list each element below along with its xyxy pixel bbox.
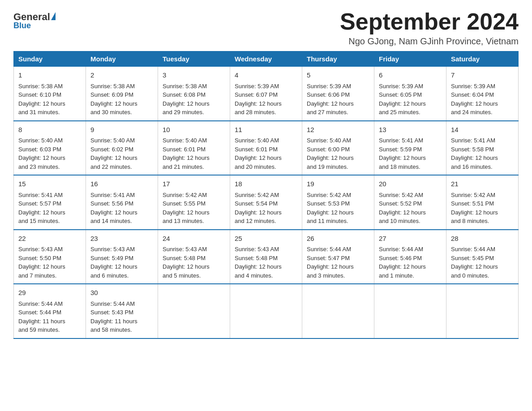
calendar-cell: 18Sunrise: 5:42 AMSunset: 5:54 PMDayligh…	[230, 175, 302, 230]
sunrise-label: Sunrise: 5:38 AM	[18, 83, 63, 90]
calendar-cell: 19Sunrise: 5:42 AMSunset: 5:53 PMDayligh…	[302, 175, 374, 230]
daylight-label: Daylight: 12 hours	[235, 100, 282, 107]
day-number: 21	[451, 179, 514, 189]
daylight-label2: and 11 minutes.	[307, 218, 348, 224]
daylight-label2: and 29 minutes.	[163, 109, 204, 116]
day-number: 29	[18, 288, 81, 298]
logo-triangle-icon	[51, 12, 56, 20]
day-number: 4	[235, 70, 297, 81]
sunset-label: Sunset: 6:06 PM	[307, 91, 350, 98]
calendar-cell: 28Sunrise: 5:44 AMSunset: 5:45 PMDayligh…	[446, 230, 519, 284]
sunrise-label: Sunrise: 5:41 AM	[451, 137, 495, 144]
calendar-week-row: 1Sunrise: 5:38 AMSunset: 6:10 PMDaylight…	[14, 67, 519, 121]
sunset-label: Sunset: 6:02 PM	[90, 146, 133, 153]
daylight-label2: and 15 minutes.	[18, 218, 60, 224]
sunset-label: Sunset: 5:57 PM	[18, 200, 61, 207]
day-number: 1	[18, 70, 81, 81]
calendar-cell	[302, 284, 374, 338]
calendar-cell: 26Sunrise: 5:44 AMSunset: 5:47 PMDayligh…	[302, 230, 374, 284]
calendar-cell: 10Sunrise: 5:40 AMSunset: 6:01 PMDayligh…	[158, 121, 230, 176]
daylight-label2: and 10 minutes.	[379, 218, 420, 224]
calendar-cell: 3Sunrise: 5:38 AMSunset: 6:08 PMDaylight…	[158, 67, 230, 121]
sunset-label: Sunset: 5:59 PM	[379, 146, 422, 153]
sunset-label: Sunset: 6:04 PM	[451, 91, 494, 98]
daylight-label: Daylight: 12 hours	[379, 263, 426, 270]
calendar-cell: 5Sunrise: 5:39 AMSunset: 6:06 PMDaylight…	[302, 67, 374, 121]
daylight-label: Daylight: 12 hours	[163, 209, 210, 216]
daylight-label2: and 19 minutes.	[307, 163, 348, 170]
col-header-tuesday: Tuesday	[158, 51, 230, 67]
sunset-label: Sunset: 6:05 PM	[379, 91, 422, 98]
daylight-label: Daylight: 12 hours	[235, 154, 282, 161]
calendar-cell	[446, 284, 519, 338]
col-header-monday: Monday	[86, 51, 158, 67]
sunset-label: Sunset: 5:44 PM	[18, 309, 61, 316]
daylight-label2: and 12 minutes.	[235, 218, 276, 224]
sunrise-label: Sunrise: 5:44 AM	[451, 246, 495, 253]
daylight-label2: and 25 minutes.	[379, 109, 420, 116]
sunrise-label: Sunrise: 5:40 AM	[307, 137, 351, 144]
daylight-label2: and 6 minutes.	[90, 272, 129, 279]
day-number: 9	[90, 125, 153, 135]
calendar-cell	[230, 284, 302, 338]
day-number: 2	[90, 70, 153, 81]
col-header-saturday: Saturday	[446, 51, 519, 67]
sunset-label: Sunset: 5:45 PM	[451, 255, 494, 261]
day-number: 14	[451, 125, 514, 135]
day-number: 30	[90, 288, 153, 298]
location-subtitle: Ngo GJong, Nam GJinh Province, Vietnam	[340, 36, 519, 47]
day-number: 11	[235, 125, 297, 135]
daylight-label2: and 1 minute.	[379, 272, 414, 279]
daylight-label2: and 23 minutes.	[18, 163, 60, 170]
daylight-label: Daylight: 12 hours	[163, 263, 210, 270]
day-number: 13	[379, 125, 442, 135]
month-year-title: September 2024	[340, 9, 519, 34]
daylight-label: Daylight: 12 hours	[451, 263, 498, 270]
daylight-label: Daylight: 12 hours	[451, 100, 498, 107]
daylight-label2: and 5 minutes.	[163, 272, 201, 279]
calendar-cell	[374, 284, 446, 338]
daylight-label: Daylight: 12 hours	[18, 209, 65, 216]
daylight-label: Daylight: 12 hours	[235, 263, 282, 270]
daylight-label2: and 21 minutes.	[163, 163, 204, 170]
day-number: 15	[18, 179, 81, 189]
calendar-week-row: 29Sunrise: 5:44 AMSunset: 5:44 PMDayligh…	[14, 284, 519, 338]
sunrise-label: Sunrise: 5:39 AM	[451, 83, 495, 90]
sunrise-label: Sunrise: 5:43 AM	[90, 246, 135, 253]
day-number: 12	[307, 125, 369, 135]
sunrise-label: Sunrise: 5:41 AM	[90, 192, 135, 198]
calendar-cell: 23Sunrise: 5:43 AMSunset: 5:49 PMDayligh…	[86, 230, 158, 284]
daylight-label2: and 27 minutes.	[307, 109, 348, 116]
sunset-label: Sunset: 5:51 PM	[451, 200, 494, 207]
daylight-label2: and 28 minutes.	[235, 109, 276, 116]
sunrise-label: Sunrise: 5:42 AM	[307, 192, 351, 198]
day-number: 17	[163, 179, 225, 189]
sunrise-label: Sunrise: 5:43 AM	[163, 246, 207, 253]
calendar-cell: 2Sunrise: 5:38 AMSunset: 6:09 PMDaylight…	[86, 67, 158, 121]
sunrise-label: Sunrise: 5:40 AM	[18, 137, 63, 144]
calendar-cell: 11Sunrise: 5:40 AMSunset: 6:01 PMDayligh…	[230, 121, 302, 176]
sunset-label: Sunset: 5:48 PM	[163, 255, 206, 261]
sunset-label: Sunset: 5:56 PM	[90, 200, 133, 207]
day-number: 7	[451, 70, 514, 81]
calendar-cell: 8Sunrise: 5:40 AMSunset: 6:03 PMDaylight…	[14, 121, 86, 176]
sunrise-label: Sunrise: 5:42 AM	[163, 192, 207, 198]
daylight-label2: and 58 minutes.	[90, 326, 132, 333]
calendar-week-row: 22Sunrise: 5:43 AMSunset: 5:50 PMDayligh…	[14, 230, 519, 284]
calendar-week-row: 15Sunrise: 5:41 AMSunset: 5:57 PMDayligh…	[14, 175, 519, 230]
page-header: General Blue September 2024 Ngo GJong, N…	[13, 9, 519, 47]
calendar-cell: 4Sunrise: 5:39 AMSunset: 6:07 PMDaylight…	[230, 67, 302, 121]
day-number: 22	[18, 234, 81, 244]
daylight-label: Daylight: 12 hours	[90, 209, 137, 216]
daylight-label: Daylight: 12 hours	[379, 209, 426, 216]
calendar-cell: 7Sunrise: 5:39 AMSunset: 6:04 PMDaylight…	[446, 67, 519, 121]
sunset-label: Sunset: 5:47 PM	[307, 255, 350, 261]
calendar-cell: 25Sunrise: 5:43 AMSunset: 5:48 PMDayligh…	[230, 230, 302, 284]
logo-blue-text: Blue	[13, 21, 31, 30]
daylight-label: Daylight: 12 hours	[18, 154, 65, 161]
daylight-label2: and 20 minutes.	[235, 163, 276, 170]
calendar-cell: 20Sunrise: 5:42 AMSunset: 5:52 PMDayligh…	[374, 175, 446, 230]
sunrise-label: Sunrise: 5:40 AM	[235, 137, 279, 144]
day-number: 16	[90, 179, 153, 189]
logo: General Blue	[13, 9, 56, 30]
